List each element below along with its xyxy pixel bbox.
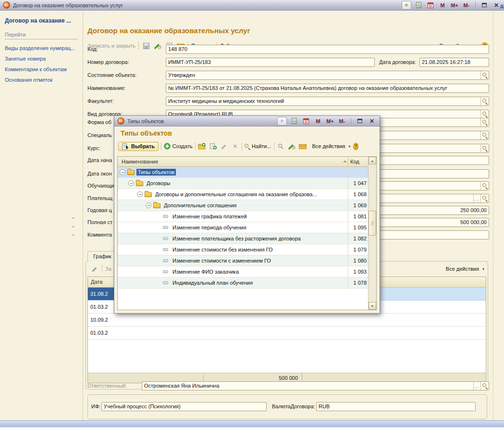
tree-row[interactable]: Изменение стоимости с изменением ГО 1 08… [118,255,369,266]
scale-m-plus-button[interactable]: M+ [450,1,459,10]
1c-app-icon: 1C [3,1,10,9]
collapse-icon[interactable] [137,191,143,197]
delete-icon-disabled[interactable]: ✕ [231,142,239,151]
calendar-icon[interactable]: 31 [301,117,311,126]
lookup-icon[interactable] [480,144,489,152]
tree-row[interactable]: Дополнительные соглашения 1 069 [118,200,369,211]
calculator-icon[interactable] [289,117,299,126]
scale-m-plus-button[interactable]: M+ [325,117,335,126]
lookup-icon[interactable] [480,118,489,126]
field-label-faculty: Факультет: [87,98,114,104]
scale-m-button[interactable]: M [438,1,447,10]
tree-row[interactable]: Индивидуальный план обучения 1 078 [118,277,369,289]
contract-currency-field[interactable]: RUB [316,402,476,411]
tree-row-label: Изменение ФИО заказчика [171,268,240,275]
folder-icon [127,170,135,175]
restore-window-button[interactable] [355,117,365,126]
field-label-payer: Плательщ [87,195,112,201]
lookup-icon[interactable] [480,131,489,139]
close-window-button[interactable]: ✕ [367,117,377,126]
lookup-icon[interactable] [480,182,489,190]
collapse-icon[interactable] [120,169,125,175]
sidebar-current-item[interactable]: Договор на оказание ... [5,17,71,24]
dialog-all-actions-button[interactable]: Все действия [312,143,350,149]
clear-search-icon-disabled[interactable] [276,142,285,151]
scale-m-minus-button[interactable]: M- [337,117,347,126]
restore-window-button[interactable] [479,1,489,10]
favorites-star-icon[interactable]: ★ [277,117,287,126]
copy-item-icon[interactable] [209,142,217,151]
ellipsis-icon[interactable] [473,194,480,202]
contract-date-field[interactable]: 21.08.2025 16:27:18 [419,58,489,67]
find-button[interactable]: Найти... [245,143,271,149]
collapse-icon[interactable] [146,202,151,208]
tree-row-label: Изменение плательщика без расторжения до… [171,235,302,242]
column-header-name[interactable]: Наименование [118,157,348,166]
lookup-icon[interactable] [480,97,489,105]
create-button[interactable]: Создать [164,143,193,150]
lookup-icon[interactable] [480,110,489,118]
tree-row[interactable]: Изменение ФИО заказчика 1 093 [118,266,369,277]
dialog-help-button[interactable]: ? [353,143,358,150]
main-window-title: Договор на оказание образовательных услу… [13,2,399,8]
tree-row-name-cell: Изменение стоимости без изменения ГО [118,244,348,255]
lookup-icon[interactable] [480,71,489,79]
tree-header[interactable]: Наименование Код [118,157,369,167]
dialog-titlebar: 1C Типы объектов ★ 31 M M+ M- ✕ [114,116,380,126]
tab-schedule[interactable]: График [87,251,117,262]
tree-row[interactable]: Изменение периода обучения 1 095 [118,222,369,233]
calendar-icon[interactable]: 31 [426,1,435,10]
edit-timestamp-icon[interactable] [287,142,296,151]
sidebar-link-mark-reasons[interactable]: Основания отметок [5,77,52,83]
scrollbar-down-icon[interactable]: ▼ [369,302,376,310]
tree-row[interactable]: Типы объектов [118,167,369,178]
edit-pencil-icon[interactable] [90,264,99,273]
item-icon [163,281,168,284]
favorites-star-icon[interactable]: ★ [402,1,411,10]
edit-timestamp-icon[interactable] [153,41,162,50]
tree-row[interactable]: Изменение графика платежей 1 081 [118,211,369,222]
object-state-field[interactable]: Утвержден [166,71,489,80]
faculty-field[interactable]: Институт медицины и медицинских технолог… [166,97,489,106]
save-icon[interactable] [142,41,150,50]
name-field[interactable]: № ИММТ-УП-25/183 от 21.08.2025 (Страхова… [166,84,489,93]
edit-pencil-icon-disabled[interactable] [220,142,228,151]
contract-number-field[interactable]: ИММТ-УП-25/183 [166,58,375,67]
if-field[interactable]: Учебный процесс (Психология) [101,402,267,411]
field-label-date-end: Дата окон [87,171,112,176]
schedule-partial-button[interactable]: За [105,266,111,272]
lookup-icon[interactable] [480,194,489,202]
field-label-date-start: Дата нача [87,157,112,163]
collapse-icon[interactable] [128,180,134,186]
sidebar-link-object-comments[interactable]: Комментарии к объектам [5,66,67,72]
ellipsis-icon[interactable] [473,382,480,390]
responsible-field[interactable]: Остроменская Яна Ильинична [142,381,489,390]
close-window-button[interactable]: ✕ [492,1,501,10]
tree-row[interactable]: Договоры 1 047 [118,178,369,189]
sidebar-link-used-numbers[interactable]: Занятые номера [5,56,46,62]
field-label-course: Курс: [87,145,100,151]
sidebar-link-numbering-kinds[interactable]: Виды разделения нумерац... [5,45,75,51]
tree-scrollbar[interactable]: ▲ ▼ [368,157,376,310]
schedule-table-row[interactable]: 10.09.2 [88,314,486,327]
column-header-code[interactable]: Код [348,157,369,166]
tree-row[interactable]: Договоры и дополнительные соглашения на … [118,189,369,200]
scrollbar-up-icon[interactable]: ▲ [369,157,376,164]
tree-row[interactable]: Изменение плательщика без расторжения до… [118,233,369,244]
create-group-icon[interactable] [197,142,206,151]
field-label-responsible: Ответственный: [87,383,127,389]
tree-row[interactable]: Изменение стоимости без изменения ГО 1 0… [118,244,369,255]
schedule-all-actions-button[interactable]: Все действия [446,266,484,272]
code-field[interactable]: 148 870 [166,45,489,54]
scrollbar-thumb[interactable] [369,211,376,236]
tree-row-label: Дополнительные соглашения [162,202,238,209]
scale-m-minus-button[interactable]: M- [462,1,471,10]
mail-envelope-icon[interactable] [298,142,307,151]
calculator-icon[interactable] [414,1,423,10]
schedule-table-row[interactable]: 01.03.2 [88,327,486,340]
lookup-icon[interactable] [480,382,489,390]
sidebar-splitter-handle[interactable] [73,217,74,236]
select-button[interactable]: Выбрать [118,142,159,151]
clipped-background-text: д [500,3,504,9]
scale-m-button[interactable]: M [313,117,323,126]
